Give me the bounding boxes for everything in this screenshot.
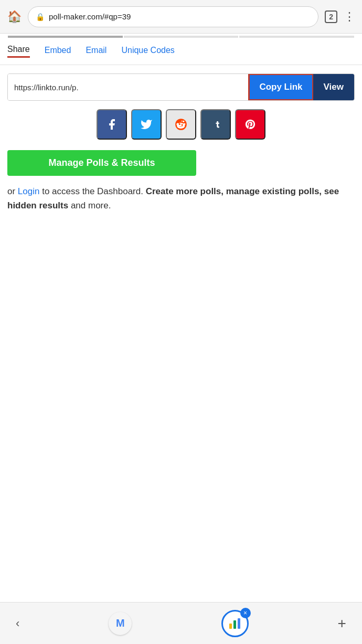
tab-count[interactable]: 2 — [325, 10, 337, 23]
scroll-tab-2 — [124, 36, 239, 38]
url-input[interactable] — [8, 74, 249, 100]
address-bar[interactable]: 🔒 poll-maker.com/#qp=39 — [28, 6, 318, 27]
social-buttons-row — [7, 109, 355, 140]
twitter-share-button[interactable] — [131, 109, 162, 140]
browser-chrome: 🏠 🔒 poll-maker.com/#qp=39 2 ⋮ — [0, 0, 362, 34]
tab-share[interactable]: Share — [7, 45, 30, 58]
tab-embed[interactable]: Embed — [45, 46, 71, 57]
menu-dots-icon[interactable]: ⋮ — [344, 10, 355, 24]
svg-rect-1 — [229, 624, 232, 629]
facebook-share-button[interactable] — [97, 109, 127, 140]
gmail-icon[interactable]: M — [109, 612, 132, 635]
scroll-tab-1 — [8, 36, 123, 38]
scroll-indicators — [0, 34, 362, 38]
poll-badge: × — [240, 608, 251, 618]
svg-rect-2 — [233, 620, 236, 629]
back-button[interactable]: ‹ — [16, 617, 19, 630]
pinterest-share-button[interactable] — [235, 109, 265, 140]
login-description: or Login to access the Dashboard. Create… — [7, 184, 355, 213]
login-text-middle: to access the Dashboard. — [39, 186, 145, 196]
tab-unique-codes[interactable]: Unique Codes — [121, 46, 174, 57]
login-text-suffix: and more. — [68, 200, 111, 210]
bottom-nav-bar: ‹ M × + — [0, 602, 362, 644]
main-content: Share Embed Email Unique Codes Copy Link… — [0, 34, 362, 602]
url-text: poll-maker.com/#qp=39 — [49, 12, 131, 21]
url-copy-row: Copy Link View — [7, 73, 355, 101]
login-text-prefix: or — [7, 186, 18, 196]
lock-icon: 🔒 — [36, 13, 45, 21]
plus-button[interactable]: + — [338, 615, 346, 632]
tab-bar: Share Embed Email Unique Codes — [0, 38, 362, 65]
reddit-share-button[interactable] — [166, 109, 196, 140]
poll-icon-wrapper: × — [221, 610, 249, 637]
home-button[interactable]: 🏠 — [7, 10, 22, 24]
login-link[interactable]: Login — [18, 186, 40, 196]
svg-rect-3 — [238, 618, 240, 629]
tumblr-share-button[interactable] — [200, 109, 231, 140]
manage-polls-button[interactable]: Manage Polls & Results — [7, 150, 196, 176]
view-button[interactable]: View — [313, 74, 354, 100]
copy-link-button[interactable]: Copy Link — [249, 74, 313, 100]
scroll-tab-3 — [239, 36, 354, 38]
share-section: Copy Link View — [0, 65, 362, 221]
tab-email[interactable]: Email — [86, 46, 107, 57]
